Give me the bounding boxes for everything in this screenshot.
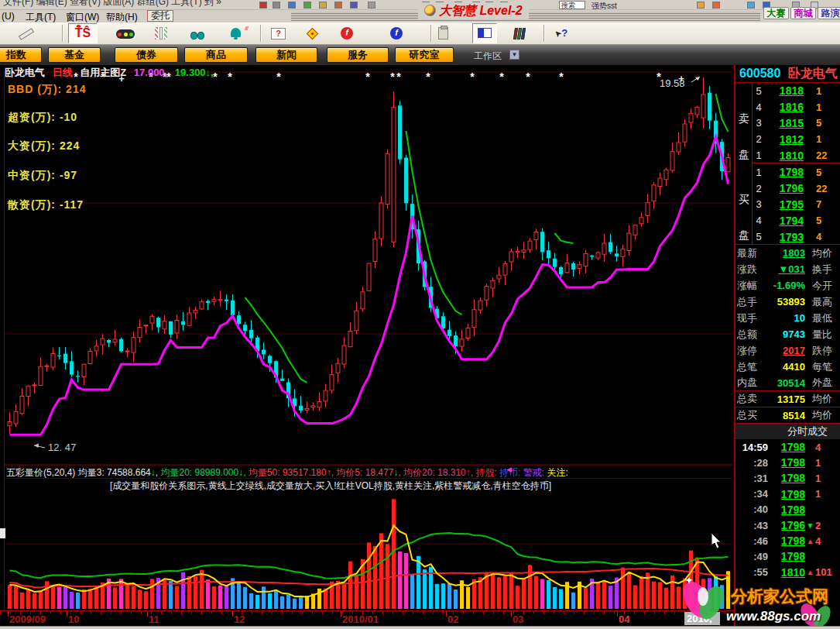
titlebar-mini-icon[interactable] — [712, 2, 720, 9]
order-price[interactable]: 1795 — [765, 198, 804, 211]
tab-5[interactable]: 服务 — [327, 47, 389, 63]
tab-1[interactable]: 基金 — [48, 47, 101, 63]
tick-price[interactable]: 1798 — [768, 534, 805, 547]
corner-button-3[interactable]: 路演 — [818, 7, 840, 19]
diamond-icon[interactable] — [308, 26, 317, 41]
tick-price[interactable]: 1798 — [768, 456, 805, 469]
titlebar-mini-icon[interactable] — [319, 2, 327, 9]
tick-trades-title[interactable]: 分时成交 — [735, 424, 840, 439]
tick-price[interactable]: 1798 — [768, 441, 805, 453]
formula-blue-icon[interactable]: f — [390, 26, 403, 41]
sub-indicator-param: 关注: — [547, 467, 567, 478]
tab-0[interactable]: 指数 — [0, 47, 42, 63]
titlebar-mini-icon[interactable] — [259, 2, 267, 9]
order-volume: 5 — [804, 215, 821, 226]
order-price[interactable]: 1810 — [765, 150, 804, 162]
bell-icon[interactable] — [231, 26, 241, 41]
formula-red-icon[interactable]: f — [341, 26, 353, 41]
order-level: 5 — [753, 231, 765, 242]
time-axis[interactable]: 2010, 2009/091011122010/01020304 — [0, 610, 734, 626]
binoculars-icon[interactable] — [190, 29, 204, 44]
sub-indicator-param: 持股: — [475, 467, 499, 478]
order-price[interactable]: 1812 — [765, 133, 804, 146]
candlestick-pane[interactable]: *****************++19.5812. 47 — [0, 65, 734, 494]
tick-price[interactable]: 1798 — [768, 504, 805, 516]
books-icon[interactable] — [514, 28, 525, 43]
titlebar-mini-icon[interactable] — [334, 2, 342, 9]
left-scroll-marker[interactable] — [0, 528, 5, 538]
tick-trades-list: 14:5917984:2817981:3117981:3417981:40179… — [735, 439, 840, 580]
main-chart[interactable]: 卧龙电气 日线 自用主图Z 17.000, 19.300↓, BBD (万): … — [0, 65, 734, 610]
period-label: 日线 — [53, 67, 73, 78]
axis-label: 04 — [619, 614, 629, 625]
order-price[interactable]: 1798 — [765, 166, 804, 178]
titlebar-mini-icon[interactable] — [288, 2, 296, 9]
watermark-site-name[interactable]: 分析家公式网 — [731, 586, 828, 607]
menu-bar-clipped[interactable]: 文件(F) 编辑(E) 查看(V) 版面(A) 群组(G) 工具(T) 到 » — [3, 0, 221, 9]
ruler-icon[interactable] — [19, 26, 34, 41]
order-price[interactable]: 1793 — [765, 231, 804, 243]
tick-row: :3117981 — [735, 470, 840, 486]
info-value: 4410 — [760, 361, 805, 373]
info-row: 涨幅-1.69%今开 — [735, 277, 840, 294]
corner-button-1[interactable]: 大赛 — [763, 7, 789, 19]
color-bars-icon[interactable] — [155, 27, 167, 43]
info-label-right: 均价 — [812, 246, 832, 260]
titlebar-mini-icon[interactable] — [747, 2, 755, 9]
info-label: 总手 — [735, 295, 760, 309]
search-input[interactable]: 搜索 — [559, 1, 585, 9]
traffic-light-icon[interactable] — [116, 26, 135, 41]
entrust-menu[interactable]: 委托 — [147, 10, 173, 22]
volume-pane[interactable] — [0, 494, 734, 610]
info-row: 总额9743量比 — [735, 326, 840, 342]
titlebar-mini-icon[interactable] — [350, 2, 358, 9]
svg-text:12. 47: 12. 47 — [48, 442, 76, 453]
tick-row: :3417981 — [735, 486, 840, 502]
tick-price[interactable]: 1810 — [768, 566, 805, 579]
tick-price[interactable]: 1796 — [768, 519, 805, 531]
order-book: 卖 盘 买 盘 5181814181613181552181211181022 … — [735, 83, 840, 245]
info-row: 涨停2017跌停 — [735, 342, 840, 359]
tab-4[interactable]: 新闻 — [255, 47, 317, 63]
info-row: 总手53893最高 — [735, 294, 840, 310]
order-level: 4 — [753, 101, 765, 113]
titlebar-mini-icon[interactable] — [697, 2, 705, 9]
dollar-icon[interactable]: Ť̂Ŝ — [68, 23, 98, 43]
titlebar-mini-icon[interactable] — [368, 2, 375, 9]
tick-time: :49 — [735, 551, 768, 562]
info-row: 最新1803均价 — [735, 245, 840, 261]
tick-price[interactable]: 1798 — [768, 472, 805, 484]
order-price[interactable]: 1796 — [765, 182, 804, 194]
clipboard-icon[interactable] — [438, 26, 448, 41]
sub-indicator-param: 均量50: 93517.180 — [249, 467, 327, 478]
tick-price[interactable]: 1798 — [768, 550, 805, 562]
svg-text:*: * — [499, 70, 504, 83]
dzh-application-window: 文件(F) 编辑(E) 查看(V) 版面(A) 群组(G) 工具(T) 到 » … — [0, 0, 840, 629]
corner-button-2[interactable]: 商城 — [790, 7, 816, 19]
sub-indicator-param: , — [398, 467, 403, 478]
order-price[interactable]: 1815 — [765, 117, 804, 129]
order-price[interactable]: 1818 — [765, 84, 804, 97]
workspace-label[interactable]: 工作区 — [474, 50, 502, 63]
tick-price[interactable]: 1798 — [768, 488, 805, 500]
sub-indicator-header: 五彩量价(5,20,4) 均量3: 74588.664↓, 均量20: 9898… — [6, 466, 568, 479]
order-price[interactable]: 1794 — [765, 215, 804, 227]
menu-item[interactable]: (U) — [2, 11, 15, 22]
chevron-down-icon[interactable]: ▼ — [509, 50, 519, 60]
tab-3[interactable]: 商品 — [184, 47, 248, 63]
layout-window-icon[interactable] — [472, 23, 497, 43]
info-label-right: 均价 — [812, 408, 832, 422]
indicator-label: 大资(万): 224 — [8, 139, 80, 153]
tab-2[interactable]: 债券 — [115, 47, 178, 63]
hot-stock-label[interactable]: 强势sst — [591, 1, 617, 10]
tab-6[interactable]: 研究室 — [395, 47, 454, 63]
watermark-url[interactable]: www.88gs.com — [726, 609, 821, 624]
quote-header[interactable]: 600580 卧龙电气 — [735, 65, 840, 83]
info-row: 内盘30514外盘 — [735, 375, 840, 391]
titlebar-mini-icon[interactable] — [273, 2, 280, 9]
order-level: 3 — [753, 198, 765, 210]
titlebar-mini-icon[interactable] — [303, 2, 311, 9]
chart-help-icon[interactable]: ? — [271, 26, 286, 41]
help-cursor-icon[interactable]: ➤? — [554, 27, 567, 43]
order-price[interactable]: 1816 — [765, 101, 804, 113]
